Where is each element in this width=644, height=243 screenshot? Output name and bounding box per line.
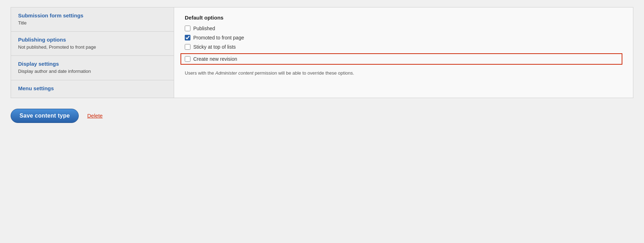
help-text-before: Users with the [185,70,215,76]
checkbox-create-revision[interactable] [185,56,190,62]
help-text: Users with the Administer content permis… [185,70,433,77]
section-title: Default options [185,15,622,21]
sidebar-item-menu-title: Menu settings [18,85,167,91]
sidebar: Submission form settings Title Publishin… [11,7,174,98]
sidebar-item-menu-settings[interactable]: Menu settings [11,80,174,98]
delete-link[interactable]: Delete [87,113,102,119]
checkbox-promoted[interactable] [185,35,190,40]
option-published[interactable]: Published [185,26,622,31]
checkbox-sticky[interactable] [185,44,190,50]
sidebar-item-submission-subtitle: Title [18,20,167,26]
option-create-revision[interactable]: Create new revision [181,53,622,65]
sidebar-item-submission-title: Submission form settings [18,12,167,18]
option-sticky-label: Sticky at top of lists [193,44,236,50]
sidebar-item-publishing-title: Publishing options [18,37,167,43]
option-create-revision-label: Create new revision [193,56,237,62]
sidebar-item-submission-form-settings[interactable]: Submission form settings Title [11,7,174,32]
options-list: Published Promoted to front page Sticky … [185,26,622,65]
action-bar: Save content type Delete [11,105,633,126]
sidebar-item-display-subtitle: Display author and date information [18,68,167,75]
save-content-type-button[interactable]: Save content type [11,109,79,123]
sidebar-item-display-settings[interactable]: Display settings Display author and date… [11,56,174,80]
sidebar-item-publishing-options[interactable]: Publishing options Not published, Promot… [11,32,174,56]
main-container: Submission form settings Title Publishin… [11,7,633,126]
option-promoted-label: Promoted to front page [193,35,244,40]
right-panel: Default options Published Promoted to fr… [174,7,633,98]
help-text-italic: Administer content [215,70,254,76]
option-sticky[interactable]: Sticky at top of lists [185,44,622,50]
content-area: Submission form settings Title Publishin… [11,7,633,98]
help-text-after: permission will be able to override thes… [254,70,354,76]
sidebar-item-display-title: Display settings [18,61,167,67]
option-promoted[interactable]: Promoted to front page [185,35,622,40]
option-published-label: Published [193,26,215,31]
checkbox-published[interactable] [185,26,190,31]
sidebar-item-publishing-subtitle: Not published, Promoted to front page [18,44,167,50]
